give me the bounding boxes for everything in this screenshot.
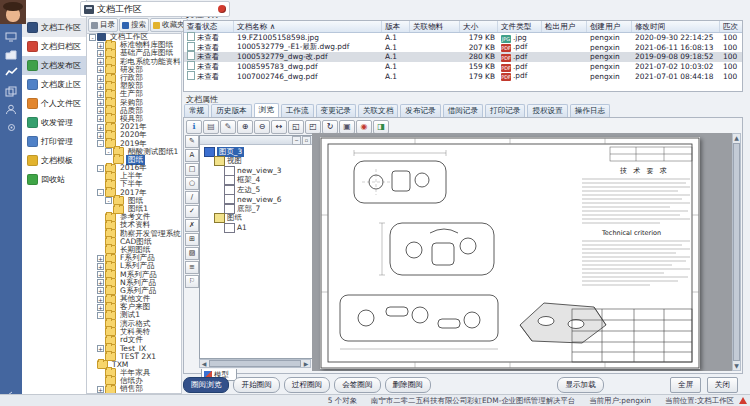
expand-icon[interactable]: + xyxy=(97,304,104,311)
tab-授权设置[interactable]: 授权设置 xyxy=(527,104,567,117)
expand-icon[interactable]: + xyxy=(97,296,104,303)
tab-常规[interactable]: 常规 xyxy=(184,104,209,117)
monitor-icon[interactable] xyxy=(3,30,19,44)
expand-icon[interactable]: + xyxy=(97,255,104,262)
table-row[interactable]: 未查看19.FZ1005158598.jpgA.1179 KBJPG.jpgpe… xyxy=(184,33,742,43)
expand-icon[interactable]: + xyxy=(97,263,104,270)
expand-icon[interactable]: + xyxy=(97,50,104,57)
menu-item-文档工作区[interactable]: 文档工作区 xyxy=(22,18,86,37)
annotate-check-icon[interactable]: ✓ xyxy=(185,205,199,218)
tree-node[interactable]: +销售部 xyxy=(87,385,181,393)
review-button-圈阅浏览[interactable]: 圈阅浏览 xyxy=(183,377,229,393)
pan-icon[interactable]: ↔ xyxy=(271,120,287,134)
collapse-icon[interactable]: - xyxy=(97,189,104,196)
zoom-in-icon[interactable]: ⊕ xyxy=(237,120,253,134)
expand-icon[interactable]: + xyxy=(97,107,104,114)
column-header-3[interactable]: 关联物料 xyxy=(410,21,460,32)
expand-icon[interactable]: + xyxy=(97,279,104,286)
scroll-up-icon[interactable]: ▲ xyxy=(734,134,739,142)
viewer-tree-node[interactable]: 图纸 xyxy=(202,214,312,224)
pin-icon[interactable] xyxy=(218,5,226,13)
tab-历史版本[interactable]: 历史版本 xyxy=(211,104,251,117)
stamp-icon[interactable]: ◉ xyxy=(356,120,372,134)
menu-item-文档模板[interactable]: 文档模板 xyxy=(22,151,86,170)
fullscreen-button[interactable]: 全屏 xyxy=(670,377,701,393)
expand-icon[interactable]: + xyxy=(97,115,104,122)
expand-icon[interactable]: + xyxy=(97,132,104,139)
scroll-right-icon[interactable]: ▶ xyxy=(302,360,310,367)
viewer-tree-node[interactable]: new_view_3 xyxy=(202,166,312,176)
user-icon[interactable] xyxy=(3,102,19,116)
table-row[interactable]: 未查看1000532779_dwg-改.pdfA.1280 KBPDF.pdfp… xyxy=(184,52,742,62)
collapse-icon[interactable]: - xyxy=(97,165,104,172)
collapse-icon[interactable]: - xyxy=(97,140,104,147)
column-header-6[interactable]: 检出用户 xyxy=(542,21,587,32)
tab-发布记录[interactable]: 发布记录 xyxy=(400,104,440,117)
expand-icon[interactable]: + xyxy=(97,75,104,82)
viewer-tree-node[interactable]: 视图 xyxy=(202,157,312,167)
tab-关联文档[interactable]: 关联文档 xyxy=(358,104,398,117)
collapse-icon[interactable]: - xyxy=(105,197,112,204)
annotate-line-icon[interactable]: / xyxy=(185,191,199,204)
folder-icon[interactable] xyxy=(3,48,19,62)
menu-item-回收站[interactable]: 回收站 xyxy=(22,170,86,189)
viewer-vertical-scrollbar[interactable]: ▲ ▼ xyxy=(732,133,741,371)
collapse-icon[interactable]: - xyxy=(89,34,96,41)
fit-width-icon[interactable]: ◱ xyxy=(288,120,304,134)
load-display-button[interactable]: 显示加载 xyxy=(557,377,603,393)
tree-tab-收藏夹[interactable]: 收藏夹 xyxy=(150,18,188,32)
tab-变更记录[interactable]: 变更记录 xyxy=(316,104,356,117)
gear-icon[interactable] xyxy=(3,120,19,134)
print-icon[interactable]: ▤ xyxy=(203,120,219,134)
annotate-rect-icon[interactable]: □ xyxy=(185,163,199,176)
restore-icon[interactable]: ▫ xyxy=(302,136,311,145)
close-button[interactable]: 关闭 xyxy=(707,377,738,393)
expand-icon[interactable]: + xyxy=(97,58,104,65)
viewer-tree-node[interactable]: 左边_5 xyxy=(202,185,312,195)
annotate-cross-icon[interactable]: ✗ xyxy=(185,219,199,232)
table-row[interactable]: 未查看1007002746_dwg.pdfA.1179 KBPDF.pdfpen… xyxy=(184,71,742,81)
tab-工作流[interactable]: 工作流 xyxy=(281,104,314,117)
column-header-0[interactable]: 查看状态 xyxy=(184,21,234,32)
screen-icon[interactable]: ◨ xyxy=(373,120,389,134)
fit-page-icon[interactable]: ◰ xyxy=(305,120,321,134)
tree-tab-目录[interactable]: 目录 xyxy=(88,18,118,32)
expand-icon[interactable]: + xyxy=(97,83,104,90)
menu-item-文档归档区[interactable]: 文档归档区 xyxy=(22,37,86,56)
trend-chart-icon[interactable] xyxy=(3,65,19,79)
scrollbar-thumb[interactable] xyxy=(733,143,740,361)
minimize-icon[interactable]: − xyxy=(292,136,301,145)
expand-icon[interactable]: + xyxy=(97,271,104,278)
review-button-开始圈阅[interactable]: 开始圈阅 xyxy=(233,377,279,393)
menu-item-文档废止区[interactable]: 文档废止区 xyxy=(22,75,86,94)
review-button-会签圈阅[interactable]: 会签圈阅 xyxy=(334,377,380,393)
tab-操作日志[interactable]: 操作日志 xyxy=(570,104,610,117)
collapse-icon[interactable]: - xyxy=(97,312,104,319)
annotate-hatch-icon[interactable]: ▨ xyxy=(185,247,199,260)
column-header-9[interactable]: 匹次 xyxy=(720,21,743,32)
tab-浏览[interactable]: 浏览 xyxy=(254,103,279,117)
annotate-grid-icon[interactable]: ⊞ xyxy=(185,233,199,246)
expand-icon[interactable]: + xyxy=(97,91,104,98)
expand-icon[interactable]: + xyxy=(97,345,104,352)
column-header-7[interactable]: 创建用户 xyxy=(587,21,632,32)
info-icon[interactable]: ℹ xyxy=(186,120,202,134)
tab-借阅记录[interactable]: 借阅记录 xyxy=(443,104,483,117)
menu-item-收发管理[interactable]: 收发管理 xyxy=(22,113,86,132)
expand-icon[interactable]: + xyxy=(97,386,104,393)
review-button-删除圈阅[interactable]: 删除圈阅 xyxy=(385,377,431,393)
expand-icon[interactable]: + xyxy=(97,66,104,73)
annotate-pen-icon[interactable]: ✎ xyxy=(185,135,199,148)
documents-icon[interactable] xyxy=(3,84,19,98)
viewer-tree-node[interactable]: 底部_7 xyxy=(202,204,312,214)
viewer-horizontal-scrollbar[interactable]: ◀ ▶ xyxy=(199,359,311,368)
scrollbar-thumb[interactable] xyxy=(209,360,301,367)
column-header-5[interactable]: 文件类型 xyxy=(498,21,542,32)
viewer-tree-node[interactable]: new_view_6 xyxy=(202,195,312,205)
avatar[interactable] xyxy=(0,0,26,24)
expand-icon[interactable]: + xyxy=(97,124,104,131)
expand-icon[interactable]: + xyxy=(97,99,104,106)
review-button-过程圈阅[interactable]: 过程圈阅 xyxy=(284,377,330,393)
expand-icon[interactable]: + xyxy=(97,42,104,49)
menu-item-文档发布区[interactable]: 文档发布区 xyxy=(22,56,86,75)
